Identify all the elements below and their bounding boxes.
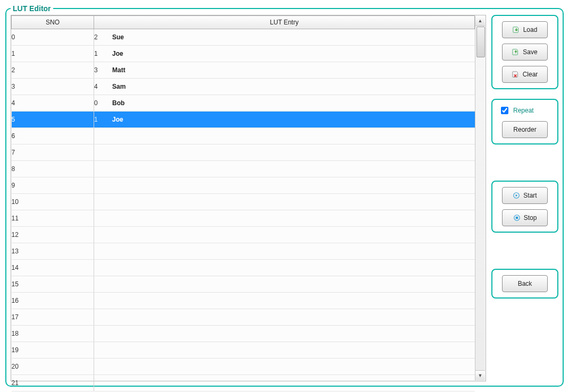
repeat-checkbox[interactable] (501, 107, 508, 114)
stop-button-label: Stop (524, 214, 537, 221)
reorder-box: Repeat Reorder (491, 99, 558, 144)
entry-index: 2 (94, 33, 101, 41)
sno-cell[interactable]: 8 (12, 161, 94, 177)
sno-cell[interactable]: 21 (12, 375, 94, 391)
entry-cell[interactable] (94, 227, 475, 243)
table-row[interactable]: 11Joe (12, 46, 475, 62)
repeat-row: Repeat (499, 105, 534, 116)
sno-cell[interactable]: 3 (12, 79, 94, 95)
table-row[interactable]: 8 (12, 161, 475, 177)
entry-cell[interactable]: 3Matt (94, 62, 475, 79)
sno-cell[interactable]: 7 (12, 144, 94, 161)
table-row[interactable]: 12 (12, 227, 475, 243)
entry-cell[interactable] (94, 260, 475, 276)
entry-cell[interactable] (94, 359, 475, 375)
lut-table-container: SNO LUT Entry 02Sue11Joe23Matt34Sam40Bob… (11, 15, 486, 381)
stop-button[interactable]: Stop (502, 209, 548, 226)
back-button[interactable]: Back (502, 275, 548, 292)
entry-cell[interactable]: 1Joe (94, 46, 475, 62)
table-row[interactable]: 10 (12, 194, 475, 210)
sno-cell[interactable]: 5 (12, 112, 94, 128)
table-row[interactable]: 15 (12, 276, 475, 293)
load-icon (513, 26, 520, 33)
table-row[interactable]: 02Sue (12, 29, 475, 46)
table-row[interactable]: 51Joe (12, 112, 475, 128)
clear-button[interactable]: Clear (502, 66, 548, 83)
lut-table: SNO LUT Entry 02Sue11Joe23Matt34Sam40Bob… (11, 15, 475, 391)
sno-cell[interactable]: 9 (12, 177, 94, 194)
entry-index: 1 (94, 116, 101, 123)
entry-cell[interactable] (94, 177, 475, 194)
entry-cell[interactable] (94, 375, 475, 391)
entry-cell[interactable] (94, 243, 475, 260)
table-row[interactable]: 19 (12, 342, 475, 359)
table-row[interactable]: 14 (12, 260, 475, 276)
reorder-button-label: Reorder (513, 126, 536, 133)
sno-cell[interactable]: 12 (12, 227, 94, 243)
lut-editor-title: LUT Editor (11, 4, 53, 13)
sno-cell[interactable]: 14 (12, 260, 94, 276)
entry-name: Sam (112, 83, 125, 90)
sno-cell[interactable]: 15 (12, 276, 94, 293)
entry-cell[interactable] (94, 342, 475, 359)
entry-cell[interactable] (94, 210, 475, 227)
sno-cell[interactable]: 6 (12, 128, 94, 144)
table-row[interactable]: 6 (12, 128, 475, 144)
entry-cell[interactable]: 2Sue (94, 29, 475, 46)
table-row[interactable]: 17 (12, 309, 475, 326)
table-row[interactable]: 18 (12, 326, 475, 342)
side-panel: Load Save Clear Repe (491, 15, 558, 299)
entry-cell[interactable] (94, 144, 475, 161)
entry-name: Joe (112, 116, 123, 123)
table-row[interactable]: 21 (12, 375, 475, 391)
table-row[interactable]: 7 (12, 144, 475, 161)
entry-cell[interactable]: 0Bob (94, 95, 475, 112)
entry-index: 4 (94, 83, 101, 90)
sno-cell[interactable]: 0 (12, 29, 94, 46)
sno-cell[interactable]: 16 (12, 293, 94, 309)
table-row[interactable]: 11 (12, 210, 475, 227)
sno-cell[interactable]: 17 (12, 309, 94, 326)
sno-cell[interactable]: 18 (12, 326, 94, 342)
entry-cell[interactable]: 4Sam (94, 79, 475, 95)
sno-cell[interactable]: 1 (12, 46, 94, 62)
sno-cell[interactable]: 13 (12, 243, 94, 260)
table-row[interactable]: 23Matt (12, 62, 475, 79)
table-row[interactable]: 20 (12, 359, 475, 375)
entry-name: Joe (112, 50, 123, 57)
table-row[interactable]: 34Sam (12, 79, 475, 95)
entry-cell[interactable] (94, 293, 475, 309)
sno-cell[interactable]: 10 (12, 194, 94, 210)
scroll-thumb[interactable] (476, 27, 485, 57)
sno-cell[interactable]: 4 (12, 95, 94, 112)
entry-name: Bob (112, 99, 124, 107)
table-row[interactable]: 13 (12, 243, 475, 260)
col-header-sno[interactable]: SNO (12, 16, 94, 29)
entry-cell[interactable] (94, 128, 475, 144)
entry-cell[interactable] (94, 161, 475, 177)
entry-cell[interactable] (94, 326, 475, 342)
sno-cell[interactable]: 11 (12, 210, 94, 227)
entry-cell[interactable] (94, 194, 475, 210)
scroll-down-arrow-icon[interactable]: ▼ (475, 370, 485, 380)
entry-cell[interactable] (94, 309, 475, 326)
scroll-up-arrow-icon[interactable]: ▲ (475, 16, 485, 26)
table-row[interactable]: 16 (12, 293, 475, 309)
vertical-scrollbar[interactable]: ▲ ▼ (475, 16, 485, 380)
save-button[interactable]: Save (502, 44, 548, 61)
load-button[interactable]: Load (502, 21, 548, 38)
reorder-button[interactable]: Reorder (502, 121, 548, 138)
repeat-label[interactable]: Repeat (513, 107, 534, 114)
start-button[interactable]: Start (502, 187, 548, 204)
entry-index: 1 (94, 50, 101, 57)
entry-cell[interactable] (94, 276, 475, 293)
table-row[interactable]: 40Bob (12, 95, 475, 112)
lut-editor-frame: LUT Editor SNO LUT Entry 02Sue11Joe23Mat… (5, 4, 564, 387)
sno-cell[interactable]: 19 (12, 342, 94, 359)
col-header-entry[interactable]: LUT Entry (94, 16, 475, 29)
entry-index: 0 (94, 99, 101, 107)
table-row[interactable]: 9 (12, 177, 475, 194)
sno-cell[interactable]: 2 (12, 62, 94, 79)
sno-cell[interactable]: 20 (12, 359, 94, 375)
entry-cell[interactable]: 1Joe (94, 112, 475, 128)
